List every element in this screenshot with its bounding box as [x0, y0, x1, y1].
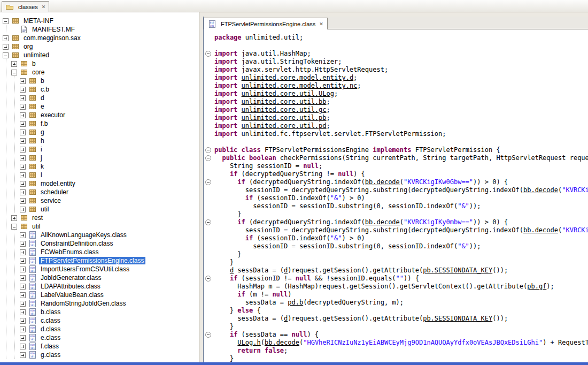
code-link[interactable]: bb.decode: [523, 226, 558, 234]
code-link[interactable]: unlimited.core.util.gc: [242, 106, 327, 113]
expander-plus-icon[interactable]: [20, 335, 26, 341]
expander-plus-icon[interactable]: [20, 130, 26, 135]
fold-collapse-icon[interactable]: [205, 219, 211, 225]
tree-item[interactable]: 010101LabelValueBean.class: [0, 291, 199, 299]
code-link[interactable]: ULog.h: [237, 339, 260, 346]
code-link[interactable]: bb.decode: [365, 218, 400, 226]
tree-item[interactable]: service: [0, 196, 199, 205]
tree-item[interactable]: l: [0, 171, 199, 179]
expander-plus-icon[interactable]: [20, 344, 26, 349]
code-link[interactable]: pd.b: [288, 299, 303, 306]
expander-minus-icon[interactable]: [11, 224, 17, 230]
expander-plus-icon[interactable]: [20, 155, 26, 161]
tree-item[interactable]: rest: [0, 214, 199, 222]
tree-item[interactable]: util: [0, 205, 199, 214]
expander-plus-icon[interactable]: [20, 164, 26, 170]
expander-plus-icon[interactable]: [20, 284, 26, 290]
tree-item[interactable]: core: [0, 68, 199, 77]
fold-collapse-icon[interactable]: [205, 276, 211, 282]
fold-collapse-icon[interactable]: [205, 147, 211, 153]
expander-plus-icon[interactable]: [20, 147, 26, 153]
tree-item[interactable]: 010101LDAPAttributes.class: [0, 282, 199, 291]
tree-item[interactable]: scheduler: [0, 188, 199, 196]
tree-item[interactable]: j: [0, 154, 199, 162]
tree-item[interactable]: util: [0, 222, 199, 231]
expander-plus-icon[interactable]: [20, 352, 26, 358]
tree-item[interactable]: 010101c.class: [0, 316, 199, 325]
expander-plus-icon[interactable]: [20, 104, 26, 110]
tree-item[interactable]: model.entity: [0, 179, 199, 188]
expander-plus-icon[interactable]: [20, 181, 26, 187]
expander-plus-icon[interactable]: [20, 318, 26, 324]
tree-item[interactable]: 010101ConstraintDefinition.class: [0, 239, 199, 248]
tree-item[interactable]: 010101RandomStringJobIdGen.class: [0, 299, 199, 308]
tree-item[interactable]: h: [0, 136, 199, 145]
expander-plus-icon[interactable]: [20, 95, 26, 101]
tab-classes[interactable]: classes ✕: [2, 1, 49, 12]
expander-plus-icon[interactable]: [20, 232, 26, 238]
tree-item[interactable]: MANIFEST.MF: [0, 25, 199, 34]
code-link[interactable]: bb.decode: [523, 186, 558, 194]
code-link[interactable]: unlimited.core.util.ULog: [242, 90, 334, 97]
code-link[interactable]: bb.decode: [265, 339, 299, 346]
tree-item[interactable]: 010101e.class: [0, 333, 199, 342]
code-link[interactable]: pb.gf: [527, 283, 546, 290]
expander-plus-icon[interactable]: [20, 87, 26, 93]
tree-item[interactable]: 010101d.class: [0, 325, 199, 333]
code-link[interactable]: unlimited.core.model.entity.nc: [242, 82, 358, 89]
fold-collapse-icon[interactable]: [205, 332, 211, 338]
expander-plus-icon[interactable]: [20, 241, 26, 247]
expander-plus-icon[interactable]: [20, 138, 26, 144]
expander-plus-icon[interactable]: [20, 78, 26, 84]
tree-item[interactable]: 010101g.class: [0, 351, 199, 359]
tree-item[interactable]: unlimited: [0, 51, 199, 59]
code-link[interactable]: pb.SESSIONDATA_KEY: [423, 315, 492, 322]
tree-item[interactable]: i: [0, 145, 199, 154]
tree-item[interactable]: e: [0, 102, 199, 111]
tree-item[interactable]: k: [0, 162, 199, 171]
panel-splitter[interactable]: [199, 12, 203, 362]
tree-item[interactable]: g: [0, 128, 199, 136]
expander-plus-icon[interactable]: [20, 198, 26, 204]
code-link[interactable]: unlimited.core.model.entity.d: [242, 74, 354, 81]
tree-item[interactable]: executor: [0, 111, 199, 119]
expander-plus-icon[interactable]: [3, 44, 9, 50]
expander-plus-icon[interactable]: [20, 275, 26, 281]
tree-item[interactable]: 010101ImportUsersFromCSVUtil.class: [0, 265, 199, 273]
fold-collapse-icon[interactable]: [205, 179, 211, 185]
fold-collapse-icon[interactable]: [205, 155, 211, 161]
expander-plus-icon[interactable]: [20, 267, 26, 272]
tree-item[interactable]: 010101f.class: [0, 342, 199, 351]
tree-item[interactable]: c.b: [0, 85, 199, 94]
tree-item[interactable]: 010101AllKnownLanguageKeys.class: [0, 231, 199, 239]
editor-tab-close-icon[interactable]: ✕: [319, 21, 323, 27]
tree-item[interactable]: 010101JobIdGenerator.class: [0, 273, 199, 282]
tree-item[interactable]: 010101b.class: [0, 308, 199, 316]
code-link[interactable]: unlimited.core.util.bb: [242, 98, 327, 105]
fold-collapse-icon[interactable]: [205, 51, 211, 57]
expander-plus-icon[interactable]: [20, 112, 26, 118]
tree-item[interactable]: b: [0, 77, 199, 85]
tree-item[interactable]: 010101FCWebEnums.class: [0, 248, 199, 256]
code-link[interactable]: unlimited.core.util.pb: [242, 114, 327, 121]
expander-minus-icon[interactable]: [3, 18, 9, 24]
expander-plus-icon[interactable]: [20, 309, 26, 315]
tab-ftpservletpermissionsengine-class[interactable]: 010101 FTPServletPermissionsEngine.class…: [204, 18, 328, 29]
expander-plus-icon[interactable]: [20, 207, 26, 212]
expander-plus-icon[interactable]: [11, 215, 17, 221]
tree-item[interactable]: f.b: [0, 119, 199, 128]
code-link[interactable]: unlimited.core.util.pd: [242, 122, 327, 130]
expander-plus-icon[interactable]: [3, 35, 9, 41]
expander-minus-icon[interactable]: [3, 52, 9, 58]
tree-item[interactable]: b: [0, 59, 199, 68]
code-link[interactable]: bb.decode: [365, 178, 400, 186]
expander-plus-icon[interactable]: [20, 172, 26, 178]
expander-plus-icon[interactable]: [20, 189, 26, 195]
expander-plus-icon[interactable]: [20, 326, 26, 332]
tab-close-icon[interactable]: ✕: [42, 4, 46, 10]
expander-plus-icon[interactable]: [20, 249, 26, 255]
tree-item[interactable]: META-INF: [0, 17, 199, 25]
code-link[interactable]: pb.SESSIONDATA_KEY: [423, 267, 492, 274]
tree-item[interactable]: com.megginson.sax: [0, 34, 199, 42]
tree-item[interactable]: org: [0, 42, 199, 51]
